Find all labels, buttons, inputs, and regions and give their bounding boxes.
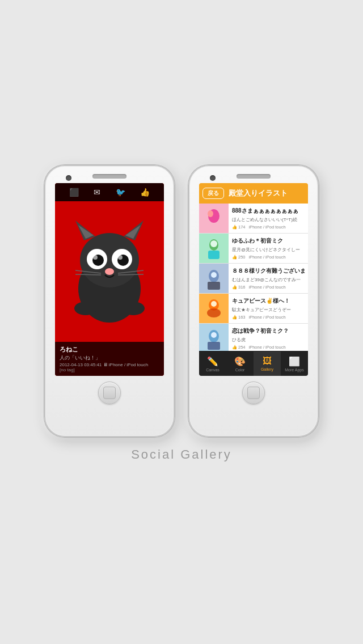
device-2: iPhone / iPod touch <box>249 255 286 260</box>
item-meta-1: 👍 174 iPhone / iPod touch <box>232 224 305 230</box>
speaker-left <box>92 174 126 179</box>
likes-1: 👍 174 <box>232 224 246 230</box>
item-title-2: ゆるふわ＊初音ミク <box>232 237 305 245</box>
item-subtitle-2: 星月@見にくいけどネクタイしー <box>232 247 305 253</box>
svg-point-21 <box>208 210 213 217</box>
like-icon: 👍 <box>140 188 150 197</box>
thumbnail-4 <box>199 294 229 323</box>
svg-line-14 <box>75 274 101 275</box>
speaker-right <box>237 174 271 179</box>
right-iphone: 戻る 殿堂入りイラスト 888さまぁぁぁぁぁぁぁぁ ほんとごめんなさいいい( <box>188 165 319 437</box>
color-label: Color <box>235 368 245 372</box>
svg-rect-25 <box>208 251 220 259</box>
likes-5: 👍 254 <box>232 345 246 350</box>
cat-canvas <box>55 201 164 342</box>
app-tagline: Social Gallery <box>131 447 232 462</box>
bookmark-icon: ⬛ <box>69 188 79 197</box>
item-subtitle-3: むはんまど39@こんなのですみ一 <box>232 277 306 283</box>
canvas-icon: ✏️ <box>207 356 218 367</box>
cat-illustration <box>64 215 155 328</box>
list-item[interactable]: 888さまぁぁぁぁぁぁぁぁ ほんとごめんなさいいい(T^T)続 👍 174 iP… <box>199 204 308 234</box>
left-screen: ⬛ ✉ 🐦 👍 <box>55 183 164 376</box>
thumbnail-5 <box>199 324 229 351</box>
post-tag: [no tag] <box>60 367 159 372</box>
item-subtitle-1: ほんとごめんなさいいい(T^T)続 <box>232 217 305 223</box>
camera-right <box>210 175 216 181</box>
drawing-toolbar: ⬛ ✉ 🐦 👍 <box>55 183 164 201</box>
device-4: iPhone / iPod touch <box>249 315 286 320</box>
device-5: iPhone / iPod touch <box>249 345 286 350</box>
item-content-5: 恋は戦争？初音ミク？ ひる虎 👍 254 iPhone / iPod touch <box>229 324 308 351</box>
likes-3: 👍 316 <box>232 285 246 290</box>
svg-point-10 <box>93 255 98 260</box>
likes-4: 👍 163 <box>232 315 246 320</box>
post-date: 2012-04-13 03:45:41 🖥 iPhone / iPod touc… <box>60 362 159 367</box>
item-meta-3: 👍 316 iPhone / iPod touch <box>232 285 306 290</box>
more-apps-label: More Apps <box>285 368 303 372</box>
item-content-1: 888さまぁぁぁぁぁぁぁぁ ほんとごめんなさいいい(T^T)続 👍 174 iP… <box>229 204 308 233</box>
left-iphone: ⬛ ✉ 🐦 👍 <box>44 165 175 437</box>
svg-rect-37 <box>208 342 220 350</box>
thumbnail-2 <box>199 234 229 263</box>
svg-point-11 <box>118 255 123 260</box>
home-button-left[interactable] <box>98 382 121 404</box>
gallery-header: 戻る 殿堂入りイラスト <box>199 183 308 204</box>
right-screen: 戻る 殿堂入りイラスト 888さまぁぁぁぁぁぁぁぁ ほんとごめんなさいいい( <box>199 183 308 376</box>
home-btn-inner-left <box>103 387 116 399</box>
home-btn-inner-right <box>247 387 260 399</box>
item-title-5: 恋は戦争？初音ミク？ <box>232 327 305 335</box>
svg-point-17 <box>74 302 97 315</box>
svg-point-30 <box>211 272 217 278</box>
device-1: iPhone / iPod touch <box>249 224 286 230</box>
device-3: iPhone / iPod touch <box>249 285 286 290</box>
item-title-3: ８８８様リク有難うございま <box>232 267 306 275</box>
canvas-label: Canvas <box>206 368 220 372</box>
mail-icon: ✉ <box>94 188 100 197</box>
svg-point-33 <box>207 308 221 317</box>
gallery-icon: 🖼 <box>263 356 272 366</box>
item-subtitle-5: ひる虎 <box>232 337 305 343</box>
likes-2: 👍 250 <box>232 255 246 260</box>
list-item[interactable]: ８８８様リク有難うございま むはんまど39@こんなのですみ一 👍 316 iPh… <box>199 264 308 294</box>
svg-point-12 <box>105 268 114 275</box>
svg-line-16 <box>118 274 143 275</box>
likes-count: 人の「いいね！」 <box>60 354 159 362</box>
svg-point-18 <box>122 302 145 315</box>
svg-point-34 <box>211 301 217 307</box>
back-button[interactable]: 戻る <box>202 188 224 199</box>
twitter-icon: 🐦 <box>116 188 125 197</box>
more-apps-icon: ⬜ <box>289 356 300 367</box>
gallery-list: 888さまぁぁぁぁぁぁぁぁ ほんとごめんなさいいい(T^T)続 👍 174 iP… <box>199 204 308 351</box>
tab-color[interactable]: 🎨 Color <box>226 351 254 376</box>
tab-canvas[interactable]: ✏️ Canvas <box>199 351 226 376</box>
item-content-3: ８８８様リク有難うございま むはんまど39@こんなのですみ一 👍 316 iPh… <box>229 264 308 293</box>
svg-rect-29 <box>208 282 220 290</box>
thumbnail-3 <box>199 264 229 293</box>
home-button-right[interactable] <box>242 382 265 404</box>
item-meta-5: 👍 254 iPhone / iPod touch <box>232 345 305 350</box>
tab-more-apps[interactable]: ⬜ More Apps <box>281 351 308 376</box>
item-content-2: ゆるふわ＊初音ミク 星月@見にくいけどネクタイしー 👍 250 iPhone /… <box>229 234 308 263</box>
item-content-4: キュアピース✌様へ！ 駄太★キュアピースどうぞー 👍 163 iPhone / … <box>229 294 308 323</box>
gallery-title: 殿堂入りイラスト <box>224 188 292 198</box>
item-title-4: キュアピース✌様へ！ <box>232 297 305 305</box>
item-subtitle-4: 駄太★キュアピースどうぞー <box>232 307 305 313</box>
camera-left <box>66 175 71 181</box>
tab-gallery[interactable]: 🖼 Gallery <box>254 351 281 376</box>
phones-container: ⬛ ✉ 🐦 👍 <box>44 165 319 437</box>
color-icon: 🎨 <box>234 356 246 367</box>
gallery-label: Gallery <box>261 367 273 371</box>
thumbnail-1 <box>199 204 229 233</box>
svg-point-26 <box>210 240 217 247</box>
list-item[interactable]: ゆるふわ＊初音ミク 星月@見にくいけどネクタイしー 👍 250 iPhone /… <box>199 234 308 264</box>
list-item[interactable]: キュアピース✌様へ！ 駄太★キュアピースどうぞー 👍 163 iPhone / … <box>199 294 308 324</box>
drawing-info: ろねこ 人の「いいね！」 2012-04-13 03:45:41 🖥 iPhon… <box>55 342 164 376</box>
item-title-1: 888さまぁぁぁぁぁぁぁぁ <box>232 207 305 215</box>
item-meta-2: 👍 250 iPhone / iPod touch <box>232 255 305 260</box>
list-item[interactable]: 恋は戦争？初音ミク？ ひる虎 👍 254 iPhone / iPod touch <box>199 324 308 351</box>
tab-bar: ✏️ Canvas 🎨 Color 🖼 Gallery ⬜ More Apps <box>199 351 308 376</box>
svg-point-38 <box>211 332 217 338</box>
artist-name: ろねこ <box>60 345 159 354</box>
item-meta-4: 👍 163 iPhone / iPod touch <box>232 315 305 320</box>
